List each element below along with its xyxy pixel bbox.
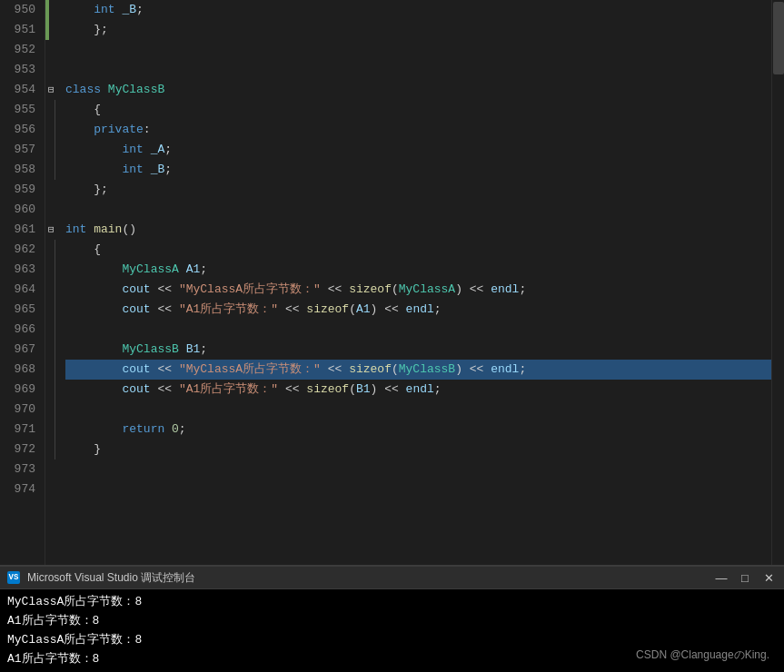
- console-line-2: A1所占字节数：8: [7, 612, 777, 630]
- code-line-950: int _B;: [65, 0, 771, 20]
- code-lines[interactable]: int _B; }; class MyClassB { private:: [58, 0, 771, 565]
- code-line-962: {: [65, 240, 771, 260]
- code-line-967: MyClassB B1;: [65, 340, 771, 360]
- code-line-954: class MyClassB: [65, 80, 771, 100]
- code-line-964: cout << "MyClassA所占字节数：" << sizeof(MyCla…: [65, 280, 771, 300]
- maximize-button[interactable]: □: [737, 569, 753, 586]
- code-line-969: cout << "A1所占字节数：" << sizeof(B1) << endl…: [65, 380, 771, 400]
- code-line-960: [65, 200, 771, 220]
- code-line-965: cout << "A1所占字节数：" << sizeof(A1) << endl…: [65, 300, 771, 320]
- console-panel: VS Microsoft Visual Studio 调试控制台 — □ ✕ M…: [0, 565, 784, 672]
- console-line-1: MyClassA所占字节数：8: [7, 593, 777, 611]
- minimize-button[interactable]: —: [713, 569, 729, 586]
- branding-text: CSDN @ClanguageのKing.: [629, 644, 777, 667]
- scrollbar-right[interactable]: [771, 0, 784, 565]
- code-line-970: [65, 400, 771, 420]
- code-line-953: [65, 60, 771, 80]
- code-line-963: MyClassA A1;: [65, 260, 771, 280]
- code-line-957: int _A;: [65, 140, 771, 160]
- code-container: 950 951 952 953 954 955 956 957 958 959 …: [0, 0, 784, 565]
- console-titlebar: VS Microsoft Visual Studio 调试控制台 — □ ✕: [0, 567, 784, 589]
- code-line-952: [65, 40, 771, 60]
- code-line-972: }: [65, 440, 771, 460]
- code-line-971: return 0;: [65, 420, 771, 440]
- line-numbers: 950 951 952 953 954 955 956 957 958 959 …: [0, 0, 45, 565]
- code-line-956: private:: [65, 120, 771, 140]
- close-button[interactable]: ✕: [760, 569, 777, 586]
- editor-area: 950 951 952 953 954 955 956 957 958 959 …: [0, 0, 784, 565]
- code-line-955: {: [65, 100, 771, 120]
- code-line-974: [65, 479, 771, 499]
- code-line-966: [65, 320, 771, 340]
- fold-961[interactable]: ⊟: [48, 220, 55, 240]
- code-line-959: };: [65, 180, 771, 200]
- vs-icon: VS: [7, 571, 20, 584]
- code-line-968: cout << "MyClassA所占字节数：" << sizeof(MyCla…: [65, 360, 771, 380]
- code-line-961: int main(): [65, 220, 771, 240]
- code-line-951: };: [65, 20, 771, 40]
- console-title: Microsoft Visual Studio 调试控制台: [27, 570, 706, 586]
- code-line-973: [65, 460, 771, 479]
- fold-gutter: ⊟ ⊟: [45, 0, 58, 565]
- code-line-958: int _B;: [65, 160, 771, 180]
- fold-954[interactable]: ⊟: [48, 80, 55, 100]
